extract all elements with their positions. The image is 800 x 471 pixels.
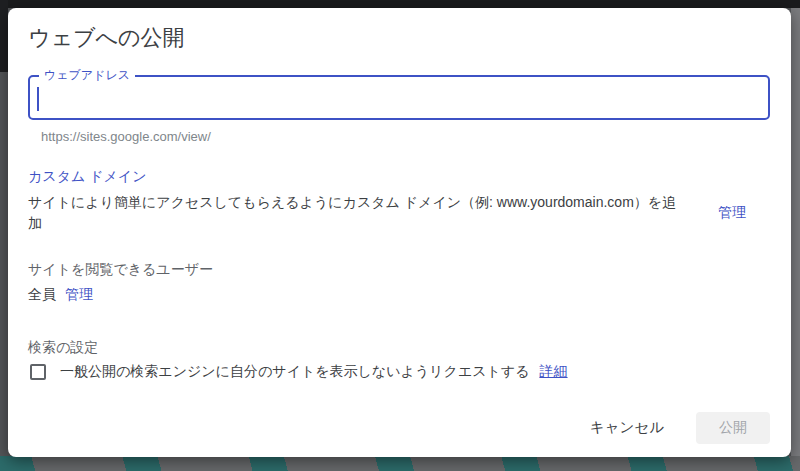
site-viewers-value: 全員 [28, 286, 56, 304]
dialog-action-buttons: キャンセル 公開 [584, 410, 770, 445]
search-settings-row: 一般公開の検索エンジンに自分のサイトを表示しないようリクエストする 詳細 [30, 363, 568, 381]
publish-to-web-dialog: ウェブへの公開 ウェブアドレス https://sites.google.com… [8, 8, 791, 457]
custom-domain-row: サイトにより簡単にアクセスしてもらえるようにカスタム ドメイン（例: www.y… [28, 192, 770, 234]
hide-from-search-checkbox[interactable] [30, 364, 46, 380]
backdrop-dark-band [0, 0, 800, 8]
text-cursor [37, 87, 39, 111]
site-viewers-label: サイトを閲覧できるユーザー [28, 261, 213, 279]
backdrop-gray-right [791, 8, 800, 456]
custom-domain-link[interactable]: カスタム ドメイン [28, 168, 147, 186]
hide-from-search-checkbox-label: 一般公開の検索エンジンに自分のサイトを表示しないようリクエストする [60, 363, 530, 381]
site-viewers-row: 全員 管理 [28, 286, 93, 304]
backdrop-dark-left [0, 0, 8, 72]
search-settings-label: 検索の設定 [28, 339, 98, 357]
web-address-field: ウェブアドレス [28, 75, 770, 120]
custom-domain-description: サイトにより簡単にアクセスしてもらえるようにカスタム ドメイン（例: www.y… [28, 192, 690, 234]
backdrop-page-footer-pattern [0, 456, 800, 471]
cancel-button[interactable]: キャンセル [584, 410, 670, 445]
manage-viewers-link[interactable]: 管理 [65, 286, 93, 304]
details-link[interactable]: 詳細 [540, 363, 568, 381]
web-address-input[interactable] [36, 81, 756, 114]
dialog-title: ウェブへの公開 [28, 23, 185, 53]
web-address-helper-url: https://sites.google.com/view/ [41, 129, 211, 144]
manage-domain-link[interactable]: 管理 [718, 204, 746, 222]
publish-button[interactable]: 公開 [696, 412, 770, 444]
